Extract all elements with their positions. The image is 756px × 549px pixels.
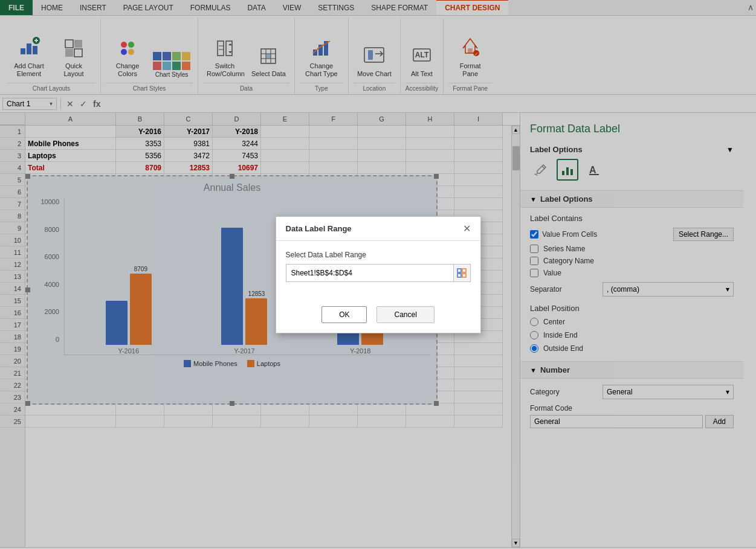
modal-range-icon[interactable] (453, 265, 470, 281)
modal-footer: OK Cancel (276, 301, 480, 333)
modal-input-label: Select Data Label Range (286, 251, 471, 259)
modal-cancel-btn[interactable]: Cancel (376, 306, 434, 323)
modal-overlay: Data Label Range ✕ Select Data Label Ran… (0, 0, 756, 549)
modal-input-row (286, 264, 471, 282)
svg-rect-41 (462, 269, 466, 272)
modal-close-btn[interactable]: ✕ (463, 223, 471, 234)
svg-rect-40 (457, 269, 461, 272)
modal-body: Select Data Label Range (276, 241, 480, 301)
svg-rect-42 (457, 274, 461, 277)
modal-header: Data Label Range ✕ (276, 217, 480, 241)
modal-title: Data Label Range (286, 224, 352, 233)
data-label-range-modal: Data Label Range ✕ Select Data Label Ran… (276, 216, 481, 333)
modal-ok-btn[interactable]: OK (321, 306, 367, 323)
modal-range-input[interactable] (286, 265, 453, 281)
svg-rect-43 (462, 274, 466, 277)
